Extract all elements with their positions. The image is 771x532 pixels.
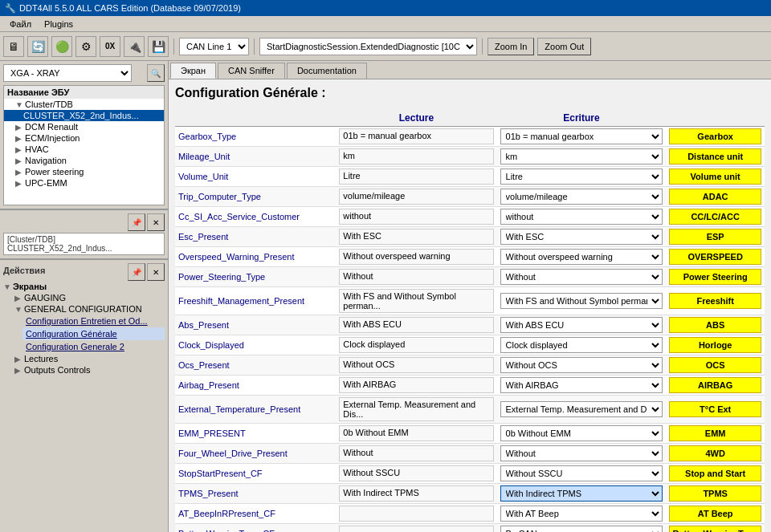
row-action-button[interactable]: Distance unit [669, 148, 761, 164]
path-close-btn[interactable]: ✕ [147, 213, 165, 231]
ecriture-select[interactable]: km [500, 148, 663, 164]
ecriture-cell[interactable]: Without overspeed warning [497, 247, 667, 267]
ecriture-cell[interactable]: With AT Beep [497, 504, 667, 524]
row-action-button[interactable]: ESP [669, 229, 761, 245]
toolbar-btn-2[interactable]: 🔄 [27, 36, 48, 57]
ecriture-select[interactable]: Without SSCU [500, 465, 663, 481]
zoom-out-button[interactable]: Zoom Out [537, 38, 591, 55]
ecriture-select[interactable]: With AT Beep [500, 506, 663, 522]
row-action-button[interactable]: BatteryWarningType [669, 526, 761, 532]
action-btn-cell[interactable]: Freeshift [666, 287, 765, 315]
ecriture-cell[interactable]: without [497, 207, 667, 227]
action-btn-cell[interactable]: ADAC [666, 187, 765, 207]
config-generale2-item[interactable]: Configuration Generale 2 [22, 340, 165, 353]
ecriture-select[interactable]: With AIRBAG [500, 377, 663, 393]
row-action-button[interactable]: Stop and Start [669, 465, 761, 481]
row-action-button[interactable]: OVERSPEED [669, 249, 761, 265]
row-action-button[interactable]: Horloge [669, 337, 761, 353]
action-btn-cell[interactable]: Volume unit [666, 167, 765, 187]
ecriture-select[interactable]: Litre [500, 169, 663, 185]
ecriture-select[interactable]: without [500, 209, 663, 225]
ecriture-cell[interactable]: 0b Without EMM [497, 424, 667, 444]
ecriture-cell[interactable]: With AIRBAG [497, 376, 667, 396]
ecriture-cell[interactable]: Without [497, 444, 667, 464]
row-action-button[interactable]: ADAC [669, 189, 761, 205]
ecriture-select[interactable]: Without overspeed warning [500, 249, 663, 265]
ecriture-select[interactable]: With ESC [500, 229, 663, 245]
ecriture-cell[interactable]: Without [497, 267, 667, 287]
action-btn-cell[interactable]: Power Steering [666, 267, 765, 287]
ecriture-select[interactable]: Without OCS [500, 357, 663, 373]
ecriture-select[interactable]: 01b = manual gearbox [500, 128, 663, 144]
action-btn-cell[interactable]: BatteryWarningType [666, 524, 765, 533]
row-action-button[interactable]: TPMS [669, 485, 761, 502]
path-pin-btn[interactable]: 📌 [128, 213, 145, 231]
ecriture-cell[interactable]: Without SSCU [497, 464, 667, 484]
ecriture-cell[interactable]: volume/mileage [497, 187, 667, 207]
actions-close-btn[interactable]: ✕ [147, 263, 165, 281]
row-action-button[interactable]: Volume unit [669, 169, 761, 185]
toolbar-btn-6[interactable]: 💾 [148, 36, 169, 57]
ecriture-cell[interactable]: With ESC [497, 227, 667, 247]
tree-cluster-tdb[interactable]: ▼ Cluster/TDB [4, 99, 164, 110]
ecriture-select[interactable]: Without [500, 269, 663, 285]
row-action-button[interactable]: Power Steering [669, 269, 761, 285]
tree-ecm-injection[interactable]: ▶ ECM/Injection [4, 132, 164, 144]
action-btn-cell[interactable]: OCS [666, 355, 765, 376]
row-action-button[interactable]: Freeshift [669, 293, 761, 309]
ecriture-cell[interactable]: km [497, 147, 667, 167]
row-action-button[interactable]: EMM [669, 425, 761, 441]
row-action-button[interactable]: OCS [669, 357, 761, 373]
ecriture-cell[interactable]: Clock displayed [497, 335, 667, 355]
ecriture-cell[interactable]: With ABS ECU [497, 315, 667, 335]
session-dropdown[interactable]: StartDiagnosticSession.ExtendedDiagnosti… [259, 38, 477, 55]
action-btn-cell[interactable]: CC/LC/ACC [666, 207, 765, 227]
ecriture-select[interactable]: Without [500, 445, 663, 461]
config-entretien-item[interactable]: Configuration Entretien et Od... [22, 315, 165, 327]
can-line-dropdown[interactable]: CAN Line 1 [179, 38, 249, 55]
action-btn-cell[interactable]: Gearbox [666, 127, 765, 147]
ecriture-cell[interactable]: External Temp. Measurement and Display [497, 396, 667, 424]
toolbar-btn-5[interactable]: 🔌 [124, 36, 145, 57]
ecriture-select[interactable]: With FS and Without Symbol permanently D… [500, 293, 663, 309]
tree-upc-emm[interactable]: ▶ UPC-EMM [4, 177, 164, 189]
row-action-button[interactable]: Gearbox [669, 128, 761, 144]
tree-hvac[interactable]: ▶ HVAC [4, 144, 164, 155]
action-btn-cell[interactable]: AIRBAG [666, 376, 765, 396]
gauging-header[interactable]: ▶ GAUGING [11, 292, 165, 303]
ecriture-cell[interactable]: By CAN [497, 524, 667, 533]
action-btn-cell[interactable]: ABS [666, 315, 765, 335]
ecriture-select[interactable]: With Indirect TPMS [500, 485, 663, 502]
tab-documentation[interactable]: Documentation [287, 63, 367, 79]
ecriture-select[interactable]: By CAN [500, 526, 663, 532]
action-btn-cell[interactable]: 4WD [666, 444, 765, 464]
menu-plugins[interactable]: Plugins [38, 18, 80, 30]
ecriture-select[interactable]: 0b Without EMM [500, 425, 663, 441]
toolbar-btn-1[interactable]: 🖥 [3, 36, 24, 57]
tree-navigation[interactable]: ▶ Navigation [4, 155, 164, 166]
row-action-button[interactable]: AIRBAG [669, 377, 761, 393]
ecriture-select[interactable]: volume/mileage [500, 189, 663, 205]
row-action-button[interactable]: 4WD [669, 445, 761, 461]
ecriture-cell[interactable]: With Indirect TPMS [497, 484, 667, 504]
ecriture-cell[interactable]: 01b = manual gearbox [497, 127, 667, 147]
action-btn-cell[interactable]: Horloge [666, 335, 765, 355]
tree-power-steering[interactable]: ▶ Power steering [4, 166, 164, 177]
action-btn-cell[interactable]: ESP [666, 227, 765, 247]
ecriture-cell[interactable]: With FS and Without Symbol permanently D… [497, 287, 667, 315]
action-btn-cell[interactable]: TPMS [666, 484, 765, 504]
action-btn-cell[interactable]: EMM [666, 424, 765, 444]
actions-pin-btn[interactable]: 📌 [128, 263, 145, 281]
ecriture-select[interactable]: With ABS ECU [500, 317, 663, 333]
action-btn-cell[interactable]: Stop and Start [666, 464, 765, 484]
ecu-dropdown[interactable]: XGA - XRAY [3, 64, 132, 82]
ecriture-cell[interactable]: Without OCS [497, 355, 667, 376]
action-btn-cell[interactable]: OVERSPEED [666, 247, 765, 267]
ecriture-select[interactable]: Clock displayed [500, 337, 663, 353]
config-generale-item[interactable]: Configuration Générale [22, 327, 165, 340]
tab-can-sniffer[interactable]: CAN Sniffer [218, 63, 285, 79]
row-action-button[interactable]: ABS [669, 317, 761, 333]
zoom-in-button[interactable]: Zoom In [487, 38, 534, 55]
tree-cluster-x52[interactable]: CLUSTER_X52_2nd_Indus... [4, 110, 164, 121]
ecu-refresh-btn[interactable]: 🔍 [147, 64, 165, 82]
